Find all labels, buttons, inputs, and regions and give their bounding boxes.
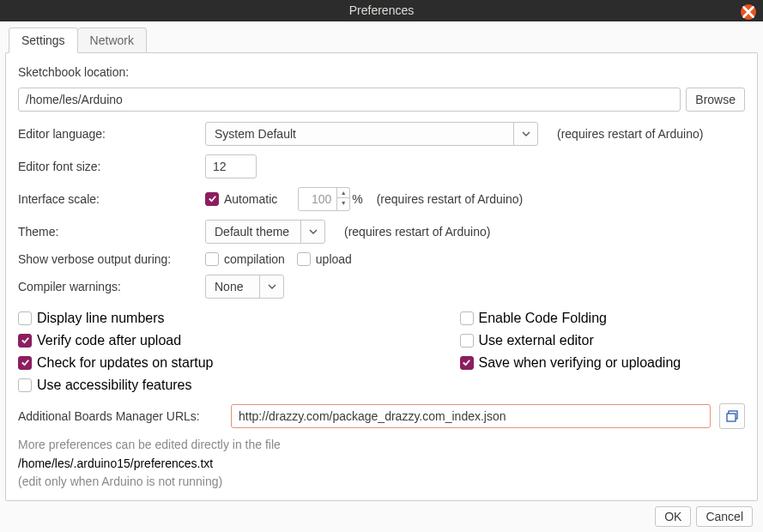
verbose-label: Show verbose output during: (18, 252, 205, 266)
theme-label: Theme: (18, 225, 205, 239)
upload-label: upload (316, 252, 352, 266)
code-folding-checkbox[interactable]: Enable Code Folding (460, 311, 746, 326)
sketchbook-label: Sketchbook location: (18, 65, 205, 79)
expand-urls-button[interactable] (719, 403, 745, 429)
editor-lang-dropdown[interactable]: System Default (205, 122, 538, 146)
chevron-down-icon[interactable] (259, 275, 283, 298)
more-prefs-line1: More preferences can be edited directly … (18, 436, 745, 455)
theme-value: Default theme (206, 221, 300, 243)
label: Save when verifying or uploading (479, 355, 681, 371)
label: Check for updates on startup (37, 355, 213, 371)
compilation-label: compilation (224, 252, 285, 266)
external-editor-checkbox[interactable]: Use external editor (460, 333, 746, 348)
window-title: Preferences (349, 3, 414, 17)
interface-scale-label: Interface scale: (18, 192, 205, 206)
label: Use accessibility features (37, 378, 192, 393)
accessibility-checkbox[interactable]: Use accessibility features (18, 378, 304, 393)
display-line-numbers-checkbox[interactable]: Display line numbers (18, 311, 304, 326)
save-when-checkbox[interactable]: Save when verifying or uploading (460, 355, 746, 371)
chevron-down-icon[interactable] (513, 123, 537, 145)
prefs-file-path: /home/les/.arduino15/preferences.txt (18, 455, 745, 474)
titlebar: Preferences (0, 0, 763, 21)
more-prefs-line2: (edit only when Arduino is not running) (18, 473, 745, 492)
compilation-checkbox[interactable]: compilation (205, 252, 285, 266)
window-stack-icon (725, 409, 739, 423)
font-size-input[interactable] (205, 154, 257, 178)
ok-button[interactable]: OK (655, 506, 691, 527)
boards-urls-input[interactable] (231, 404, 711, 428)
editor-lang-hint: (requires restart of Arduino) (557, 127, 703, 141)
verify-code-checkbox[interactable]: Verify code after upload (18, 333, 304, 348)
settings-panel: Sketchbook location: Browse Editor langu… (5, 52, 758, 501)
scale-value[interactable] (299, 188, 336, 210)
editor-lang-label: Editor language: (18, 127, 205, 141)
scale-spinner[interactable]: ▲ ▼ (298, 187, 350, 211)
editor-lang-value: System Default (206, 123, 513, 145)
boards-urls-label: Additional Boards Manager URLs: (18, 409, 222, 423)
label: Verify code after upload (37, 333, 181, 348)
close-icon[interactable] (741, 4, 756, 20)
label: Display line numbers (37, 311, 165, 326)
automatic-checkbox[interactable]: Automatic (205, 192, 277, 206)
label: Enable Code Folding (479, 311, 607, 326)
svg-rect-1 (727, 414, 736, 421)
spinner-down-icon[interactable]: ▼ (337, 198, 349, 209)
dialog-footer: OK Cancel (5, 501, 758, 532)
label: Use external editor (479, 333, 594, 348)
scale-hint: (requires restart of Arduino) (377, 192, 523, 206)
tab-settings[interactable]: Settings (9, 27, 78, 53)
theme-dropdown[interactable]: Default theme (205, 220, 325, 244)
font-size-label: Editor font size: (18, 160, 205, 173)
check-updates-checkbox[interactable]: Check for updates on startup (18, 355, 304, 371)
tab-bar: Settings Network (5, 27, 758, 52)
sketchbook-input[interactable] (18, 88, 681, 112)
spinner-up-icon[interactable]: ▲ (337, 188, 349, 198)
upload-checkbox[interactable]: upload (297, 252, 352, 266)
percent-label: % (352, 192, 362, 206)
warnings-label: Compiler warnings: (18, 280, 205, 293)
cancel-button[interactable]: Cancel (696, 506, 753, 527)
chevron-down-icon[interactable] (300, 221, 324, 243)
warnings-dropdown[interactable]: None (205, 275, 284, 299)
warnings-value: None (206, 275, 259, 298)
automatic-label: Automatic (224, 192, 277, 206)
tab-network[interactable]: Network (78, 27, 147, 53)
theme-hint: (requires restart of Arduino) (344, 225, 490, 239)
browse-button[interactable]: Browse (686, 88, 745, 112)
